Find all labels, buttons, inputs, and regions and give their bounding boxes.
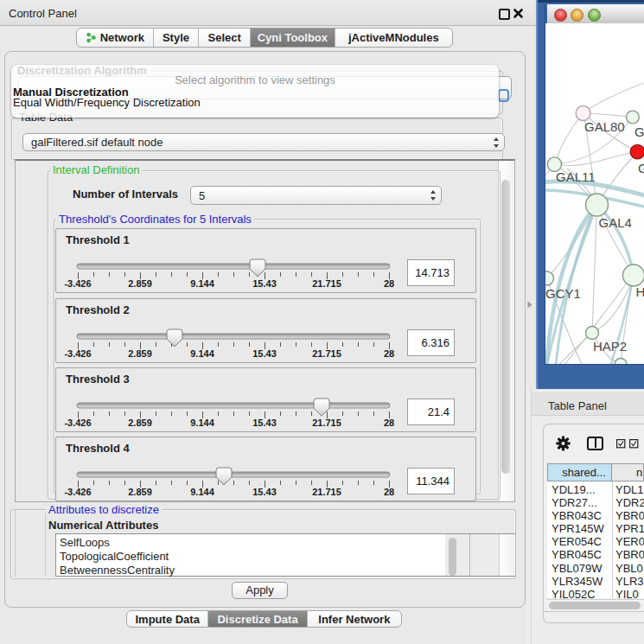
svg-text:GAL11: GAL11 (556, 169, 596, 184)
svg-text:15.43: 15.43 (252, 278, 277, 289)
svg-text:2.859: 2.859 (128, 278, 152, 289)
svg-text:GA: GA (634, 124, 644, 139)
svg-text:H: H (636, 284, 644, 299)
svg-text:GAL80: GAL80 (584, 119, 625, 134)
svg-text:GCY1: GCY1 (545, 286, 581, 301)
svg-text:HAP2: HAP2 (593, 339, 627, 354)
svg-text:28: 28 (384, 278, 394, 289)
svg-text:21.715: 21.715 (312, 278, 341, 289)
svg-text:9.144: 9.144 (190, 278, 214, 289)
svg-text:-3.426: -3.426 (64, 278, 91, 289)
svg-text:G: G (638, 161, 644, 175)
svg-text:GAL4: GAL4 (599, 215, 632, 230)
